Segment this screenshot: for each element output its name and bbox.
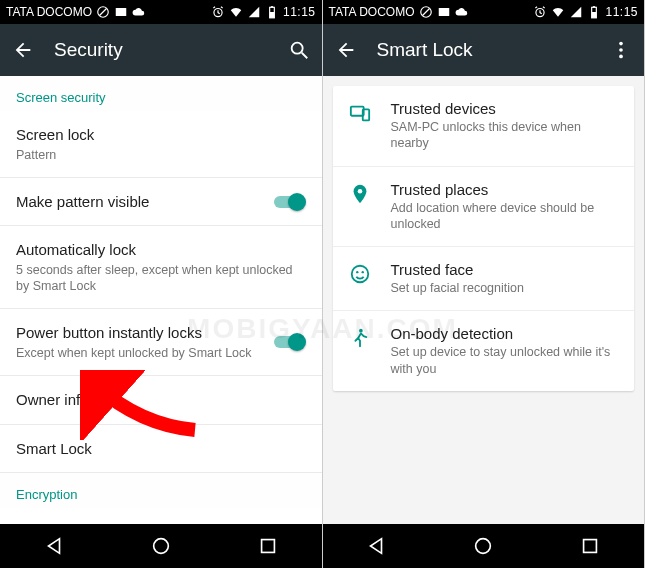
cloud-icon xyxy=(455,5,469,19)
item-subtitle: Set up facial recognition xyxy=(391,280,619,296)
item-subtitle: Set up device to stay unlocked while it'… xyxy=(391,344,619,377)
page-title: Smart Lock xyxy=(377,39,591,61)
toggle-switch[interactable] xyxy=(272,333,306,351)
item-title: Owner info xyxy=(16,390,306,410)
page-title: Security xyxy=(54,39,268,61)
svg-rect-5 xyxy=(270,12,275,18)
place-icon xyxy=(349,183,371,205)
item-trusted-devices[interactable]: Trusted devices SAM-PC unlocks this devi… xyxy=(333,86,635,167)
item-power-button-locks[interactable]: Power button instantly locks Except when… xyxy=(0,309,322,376)
nav-home-icon[interactable] xyxy=(472,535,494,557)
wifi-icon xyxy=(551,5,565,19)
svg-rect-13 xyxy=(438,8,449,16)
smart-lock-list: Trusted devices SAM-PC unlocks this devi… xyxy=(323,76,645,524)
item-title: On-body detection xyxy=(391,325,619,342)
action-bar: Security xyxy=(0,24,322,76)
svg-line-8 xyxy=(301,53,307,59)
face-icon xyxy=(349,263,371,285)
toggle-switch[interactable] xyxy=(272,193,306,211)
svg-point-18 xyxy=(619,42,623,46)
svg-point-9 xyxy=(153,539,168,554)
section-encryption: Encryption xyxy=(0,473,322,508)
alarm-icon xyxy=(211,5,225,19)
carrier-label: TATA DOCOMO xyxy=(329,5,415,19)
svg-line-12 xyxy=(422,9,429,16)
battery-icon xyxy=(587,5,601,19)
battery-icon xyxy=(265,5,279,19)
clock-label: 11:15 xyxy=(283,5,316,19)
svg-point-27 xyxy=(359,329,363,333)
back-icon[interactable] xyxy=(335,39,357,61)
item-automatically-lock[interactable]: Automatically lock 5 seconds after sleep… xyxy=(0,226,322,309)
phone-left: TATA DOCOMO 11:15 Security Screen securi… xyxy=(0,0,323,568)
item-encrypt-phone[interactable]: Encrypt phone xyxy=(0,508,322,524)
phone-right: TATA DOCOMO 11:15 Smart Lock Trusted dev… xyxy=(323,0,646,568)
svg-point-28 xyxy=(476,539,491,554)
search-icon[interactable] xyxy=(288,39,310,61)
no-sim-icon xyxy=(419,5,433,19)
svg-point-25 xyxy=(356,271,358,273)
options-card: Trusted devices SAM-PC unlocks this devi… xyxy=(333,86,635,391)
item-title: Trusted devices xyxy=(391,100,619,117)
status-bar: TATA DOCOMO 11:15 xyxy=(323,0,645,24)
item-title: Automatically lock xyxy=(16,240,306,260)
item-screen-lock[interactable]: Screen lock Pattern xyxy=(0,111,322,178)
item-title: Trusted face xyxy=(391,261,619,278)
action-bar: Smart Lock xyxy=(323,24,645,76)
svg-point-20 xyxy=(619,55,623,59)
settings-list: Screen security Screen lock Pattern Make… xyxy=(0,76,322,524)
svg-rect-21 xyxy=(350,107,363,116)
signal-icon xyxy=(247,5,261,19)
item-on-body-detection[interactable]: On-body detection Set up device to stay … xyxy=(333,311,635,391)
overflow-icon[interactable] xyxy=(610,39,632,61)
svg-point-7 xyxy=(291,43,302,54)
item-title: Make pattern visible xyxy=(16,192,260,212)
item-owner-info[interactable]: Owner info xyxy=(0,376,322,425)
image-icon xyxy=(114,5,128,19)
item-subtitle: SAM-PC unlocks this device when nearby xyxy=(391,119,619,152)
svg-rect-17 xyxy=(593,6,595,7)
back-icon[interactable] xyxy=(12,39,34,61)
item-title: Screen lock xyxy=(16,125,306,145)
item-subtitle: 5 seconds after sleep, except when kept … xyxy=(16,262,306,295)
item-trusted-places[interactable]: Trusted places Add location where device… xyxy=(333,167,635,248)
signal-icon xyxy=(569,5,583,19)
svg-line-1 xyxy=(100,9,107,16)
svg-rect-16 xyxy=(592,12,597,18)
nav-bar xyxy=(0,524,322,568)
nav-back-icon[interactable] xyxy=(365,535,387,557)
nav-recent-icon[interactable] xyxy=(579,535,601,557)
nav-recent-icon[interactable] xyxy=(257,535,279,557)
svg-rect-29 xyxy=(584,540,597,553)
alarm-icon xyxy=(533,5,547,19)
item-smart-lock[interactable]: Smart Lock xyxy=(0,425,322,474)
status-bar: TATA DOCOMO 11:15 xyxy=(0,0,322,24)
item-title: Power button instantly locks xyxy=(16,323,260,343)
no-sim-icon xyxy=(96,5,110,19)
carrier-label: TATA DOCOMO xyxy=(6,5,92,19)
item-make-pattern-visible[interactable]: Make pattern visible xyxy=(0,178,322,227)
nav-back-icon[interactable] xyxy=(43,535,65,557)
wifi-icon xyxy=(229,5,243,19)
svg-rect-6 xyxy=(271,6,273,7)
walk-icon xyxy=(349,327,371,349)
item-title: Smart Lock xyxy=(16,439,306,459)
svg-rect-2 xyxy=(116,8,127,16)
image-icon xyxy=(437,5,451,19)
clock-label: 11:15 xyxy=(605,5,638,19)
section-screen-security: Screen security xyxy=(0,76,322,111)
svg-point-19 xyxy=(619,48,623,52)
devices-icon xyxy=(349,102,371,124)
nav-bar xyxy=(323,524,645,568)
cloud-icon xyxy=(132,5,146,19)
svg-point-26 xyxy=(361,271,363,273)
svg-point-23 xyxy=(357,188,362,193)
item-title: Trusted places xyxy=(391,181,619,198)
item-subtitle: Pattern xyxy=(16,147,306,163)
item-subtitle: Except when kept unlocked by Smart Lock xyxy=(16,345,260,361)
item-subtitle: Add location where device should be unlo… xyxy=(391,200,619,233)
svg-rect-10 xyxy=(261,540,274,553)
item-trusted-face[interactable]: Trusted face Set up facial recognition xyxy=(333,247,635,311)
nav-home-icon[interactable] xyxy=(150,535,172,557)
svg-point-24 xyxy=(351,266,368,283)
